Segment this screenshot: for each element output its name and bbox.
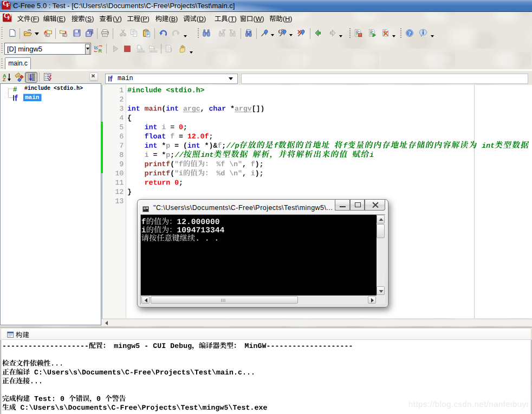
- svg-text:10101: 10101: [150, 50, 158, 53]
- svg-text:#: #: [13, 86, 17, 93]
- svg-text:D: D: [95, 45, 98, 49]
- svg-text:?: ?: [408, 30, 411, 36]
- svg-text:Z: Z: [3, 77, 6, 81]
- svg-text:10101: 10101: [137, 50, 145, 53]
- svg-text:R: R: [99, 48, 102, 53]
